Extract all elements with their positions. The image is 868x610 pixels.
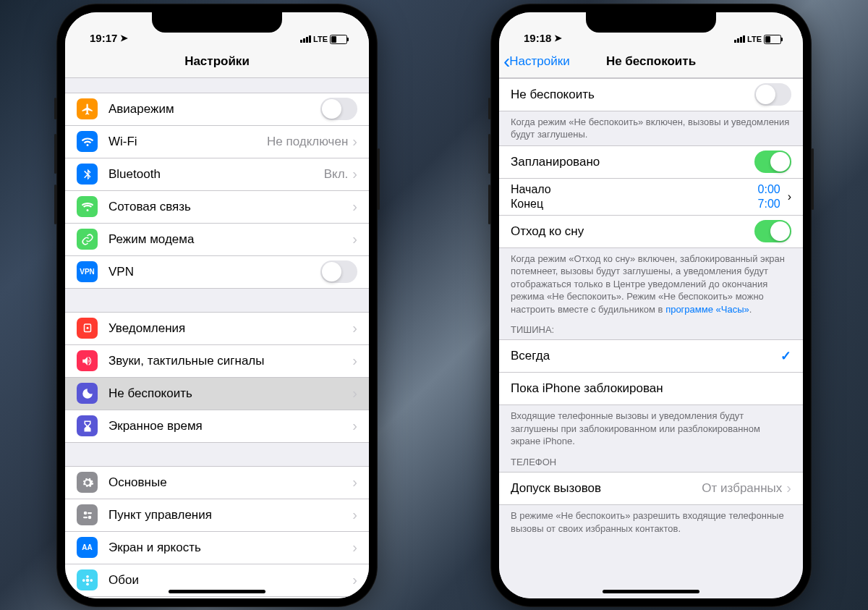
to-label: Конец — [511, 198, 543, 211]
location-icon: ➤ — [120, 33, 128, 43]
home-indicator[interactable] — [169, 590, 265, 593]
scheduled-switch[interactable] — [754, 151, 791, 173]
vpn-switch[interactable] — [320, 260, 357, 283]
dnd-description: Когда режим «Не беспокоить» включен, выз… — [499, 111, 803, 145]
row-label: Не беспокоить — [109, 386, 352, 401]
bedtime-row[interactable]: Отход ко сну — [499, 216, 803, 248]
always-row[interactable]: Всегда ✓ — [499, 339, 803, 373]
settings-row-siri[interactable]: Siri и Поиск› — [65, 597, 369, 598]
svg-point-1 — [86, 326, 88, 329]
row-label: Сотовая связь — [109, 200, 352, 214]
nav-header: ‹Настройки Не беспокоить — [499, 46, 803, 78]
phone-header: ТЕЛЕФОН — [499, 452, 803, 472]
AA-icon: AA — [77, 537, 98, 558]
bedtime-switch[interactable] — [754, 220, 791, 242]
notch — [586, 12, 716, 33]
svg-point-10 — [90, 579, 93, 582]
svg-point-4 — [88, 515, 91, 519]
bell-icon — [77, 318, 98, 339]
svg-point-7 — [86, 575, 89, 577]
signal-icon — [300, 35, 311, 43]
settings-row-bluetooth[interactable]: BluetoothВкл.› — [65, 158, 369, 191]
chevron-right-icon: › — [352, 166, 357, 182]
chevron-right-icon: › — [352, 418, 357, 434]
battery-icon — [764, 35, 781, 44]
settings-row-screentime[interactable]: Экранное время› — [65, 410, 369, 443]
time-range-row[interactable]: Начало0:00 Конец7:00 › — [499, 179, 803, 216]
row-label: Экранное время — [109, 419, 352, 433]
hourglass-icon — [77, 415, 98, 436]
settings-list[interactable]: АвиарежимWi-FiНе подключен›BluetoothВкл.… — [65, 78, 369, 598]
settings-row-dnd[interactable]: Не беспокоить› — [65, 378, 369, 410]
svg-rect-5 — [83, 516, 88, 517]
status-right: LTE — [734, 35, 786, 44]
svg-point-2 — [83, 511, 87, 514]
from-label: Начало — [511, 183, 551, 196]
bluetooth-icon — [77, 164, 98, 185]
row-label: Уведомления — [109, 321, 352, 336]
row-label: Wi-Fi — [109, 135, 267, 149]
back-label: Настройки — [509, 54, 569, 69]
chevron-right-icon: › — [352, 385, 357, 402]
settings-row-hotspot[interactable]: Режим модема› — [65, 224, 369, 256]
row-label: Пока iPhone заблокирован — [511, 381, 791, 396]
chevron-right-icon: › — [352, 198, 357, 215]
flower-icon — [77, 569, 98, 590]
home-indicator[interactable] — [603, 590, 699, 593]
row-detail: Вкл. — [324, 167, 349, 182]
moon-icon — [77, 383, 98, 404]
net-label: LTE — [747, 35, 762, 43]
settings-row-wifi[interactable]: Wi-FiНе подключен› — [65, 126, 369, 158]
speaker-icon — [77, 350, 98, 371]
row-label: Отход ко сну — [511, 224, 754, 239]
status-time: 19:17 — [90, 32, 117, 44]
settings-row-vpn[interactable]: VPNVPN — [65, 256, 369, 289]
settings-row-control-center[interactable]: Пункт управления› — [65, 499, 369, 532]
row-label: Запланировано — [511, 155, 754, 169]
chevron-right-icon: › — [352, 133, 357, 150]
settings-row-display[interactable]: AAЭкран и яркость› — [65, 532, 369, 564]
row-label: Допуск вызовов — [511, 481, 702, 496]
notch — [152, 12, 282, 33]
battery-icon — [330, 35, 347, 44]
while-locked-row[interactable]: Пока iPhone заблокирован — [499, 373, 803, 405]
silence-description: Входящие телефонные вызовы и уведомления… — [499, 405, 803, 452]
allow-calls-row[interactable]: Допуск вызовов От избранных › — [499, 472, 803, 505]
status-time: 19:18 — [524, 32, 551, 44]
row-label: Обои — [109, 573, 352, 588]
location-icon: ➤ — [554, 33, 562, 43]
chevron-right-icon: › — [352, 572, 357, 588]
svg-point-8 — [86, 583, 89, 585]
row-label: Экран и яркость — [109, 541, 352, 555]
chevron-right-icon: › — [788, 190, 791, 203]
back-button[interactable]: ‹Настройки — [503, 51, 570, 72]
dnd-switch[interactable] — [754, 83, 791, 106]
settings-row-notifications[interactable]: Уведомления› — [65, 312, 369, 345]
clock-app-link[interactable]: программе «Часы» — [665, 304, 749, 315]
chevron-right-icon: › — [352, 474, 357, 491]
row-label: Основные — [109, 475, 352, 490]
settings-row-airplane-mode[interactable]: Авиарежим — [65, 93, 369, 126]
airplane-mode-switch[interactable] — [320, 98, 357, 120]
phone-description: В режиме «Не беспокоить» разрешить входя… — [499, 505, 803, 539]
row-detail: Не подключен — [267, 135, 348, 149]
vpn-icon: VPN — [77, 261, 98, 282]
airplane-icon — [77, 98, 98, 119]
settings-row-cellular[interactable]: Сотовая связь› — [65, 191, 369, 224]
dnd-settings[interactable]: Не беспокоить Когда режим «Не беспокоить… — [499, 78, 803, 598]
check-icon: ✓ — [780, 348, 791, 364]
chevron-right-icon: › — [352, 539, 357, 556]
settings-row-general[interactable]: Основные› — [65, 466, 369, 499]
page-title: Не беспокоить — [606, 54, 696, 69]
scheduled-row[interactable]: Запланировано — [499, 145, 803, 179]
silence-header: ТИШИНА: — [499, 320, 803, 339]
settings-row-sounds[interactable]: Звуки, тактильные сигналы› — [65, 345, 369, 378]
row-label: Bluetooth — [109, 167, 324, 182]
row-label: Не беспокоить — [511, 88, 754, 102]
row-label: Авиарежим — [109, 102, 320, 117]
chevron-right-icon: › — [352, 320, 357, 336]
to-time: 7:00 — [758, 198, 780, 211]
dnd-toggle-row[interactable]: Не беспокоить — [499, 78, 803, 111]
nav-header: Настройки — [65, 46, 369, 78]
from-time: 0:00 — [758, 183, 780, 196]
